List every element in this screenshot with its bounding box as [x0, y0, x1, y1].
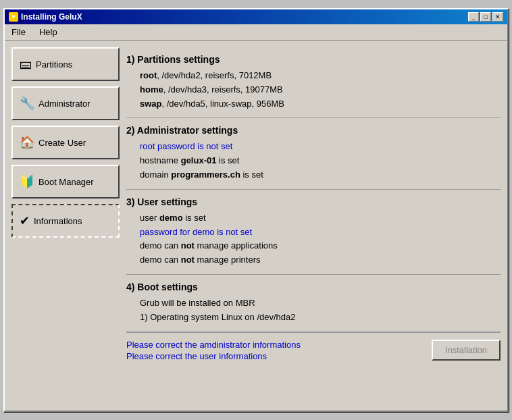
admin-password-status: root password is not set: [140, 141, 232, 151]
admin-hostname-line: hostname gelux-01 is set: [126, 154, 501, 168]
title-buttons: _ □ ✕: [468, 12, 503, 22]
sidebar-boot-manager[interactable]: 🔰 Boot Manager: [11, 165, 120, 199]
main-panel: 1) Partitions settings root, /dev/hda2, …: [126, 47, 501, 404]
printers-not: not: [181, 255, 195, 265]
info-footer: Please correct the amdinistrator informa…: [126, 332, 501, 361]
partitions-title: 1) Partitions settings: [126, 54, 501, 65]
boot-section: 4) Boot settings Grub will be installed …: [126, 275, 501, 332]
printers-suffix: manage printers: [195, 255, 261, 265]
close-button[interactable]: ✕: [492, 12, 503, 22]
user-password-status: password for demo is not set: [140, 227, 252, 237]
administrator-title: 2) Administrator settings: [126, 125, 501, 136]
menu-help[interactable]: Help: [35, 26, 61, 38]
minimize-button[interactable]: _: [468, 12, 479, 22]
apps-suffix: manage applications: [195, 240, 278, 251]
admin-domain-line: domain programmers.ch is set: [126, 168, 501, 182]
hostname-prefix: hostname: [140, 155, 181, 165]
info-msg-admin: Please correct the amdinistrator informa…: [126, 340, 301, 350]
informations-icon: ✔: [20, 213, 30, 228]
partitions-label: Partitions: [36, 59, 72, 70]
domain-value: programmers.ch: [171, 169, 240, 180]
user-title: 3) User settings: [126, 196, 501, 207]
sidebar-administrator[interactable]: 🔧 Administrator: [11, 86, 120, 120]
create-user-label: Create User: [39, 138, 86, 148]
user-prefix: user: [140, 213, 159, 223]
installation-button[interactable]: Installation: [432, 340, 501, 361]
root-detail: , /dev/hda2, reiserfs, 7012MB: [157, 70, 272, 80]
partitions-swap: swap, /dev/hda5, linux-swap, 956MB: [126, 97, 501, 111]
home-detail: , /dev/hda3, reiserfs, 19077MB: [163, 84, 283, 95]
home-label: home: [140, 84, 163, 95]
user-name-line: user demo is set: [126, 211, 501, 226]
hostname-value: gelux-01: [181, 155, 217, 165]
title-bar-left: ▼ Installing GeluX: [9, 12, 82, 22]
root-label: root: [140, 70, 157, 80]
boot-manager-icon: 🔰: [20, 174, 34, 189]
user-apps-line: demo can not manage applications: [126, 239, 501, 253]
partitions-section: 1) Partitions settings root, /dev/hda2, …: [126, 47, 501, 118]
username-value: demo: [159, 213, 183, 223]
partitions-icon: 🖴: [20, 57, 32, 72]
domain-suffix: is set: [240, 169, 263, 180]
boot-manager-label: Boot Manager: [39, 177, 94, 187]
partitions-home: home, /dev/hda3, reiserfs, 19077MB: [126, 83, 501, 97]
window-title: Installing GeluX: [21, 12, 82, 22]
info-msg-user: Please correct the user informations: [126, 351, 301, 361]
user-suffix: is set: [183, 213, 206, 223]
sidebar: 🖴 Partitions 🔧 Administrator 🏠 Create Us…: [11, 47, 120, 404]
boot-grub-text: Grub will be installed on MBR: [140, 298, 255, 308]
title-bar: ▼ Installing GeluX _ □ ✕: [5, 9, 507, 24]
hostname-suffix: is set: [216, 155, 239, 165]
domain-prefix: domain: [140, 169, 171, 180]
window-icon: ▼: [9, 12, 18, 22]
content-area: 🖴 Partitions 🔧 Administrator 🏠 Create Us…: [5, 41, 507, 411]
sidebar-create-user[interactable]: 🏠 Create User: [11, 126, 120, 159]
main-window: ▼ Installing GeluX _ □ ✕ File Help 🖴 Par…: [3, 8, 509, 412]
partitions-root: root, /dev/hda2, reiserfs, 7012MB: [126, 69, 501, 83]
create-user-icon: 🏠: [20, 135, 34, 150]
user-printers-line: demo can not manage printers: [126, 253, 501, 267]
administrator-section: 2) Administrator settings root password …: [126, 118, 501, 189]
boot-title: 4) Boot settings: [126, 282, 501, 292]
sidebar-informations[interactable]: ✔ Informations: [11, 204, 120, 238]
user-section: 3) User settings user demo is set passwo…: [126, 190, 501, 275]
swap-detail: , /dev/hda5, linux-swap, 956MB: [162, 99, 284, 109]
informations-label: Informations: [34, 216, 82, 226]
menu-file[interactable]: File: [7, 26, 30, 38]
apps-not: not: [181, 240, 195, 251]
maximize-button[interactable]: □: [480, 12, 491, 22]
sidebar-partitions[interactable]: 🖴 Partitions: [11, 47, 120, 81]
administrator-icon: 🔧: [20, 96, 34, 111]
swap-label: swap: [140, 99, 162, 109]
boot-os-text: 1) Operating system Linux on /dev/hda2: [140, 312, 296, 322]
info-messages: Please correct the amdinistrator informa…: [126, 340, 301, 361]
boot-grub-line: Grub will be installed on MBR: [126, 296, 501, 311]
printers-prefix: demo can: [140, 255, 181, 265]
apps-prefix: demo can: [140, 240, 181, 251]
user-password-line: password for demo is not set: [126, 226, 501, 240]
boot-os-line: 1) Operating system Linux on /dev/hda2: [126, 311, 501, 325]
admin-password-line: root password is not set: [126, 140, 501, 154]
menu-bar: File Help: [5, 24, 507, 41]
administrator-label: Administrator: [39, 99, 91, 109]
